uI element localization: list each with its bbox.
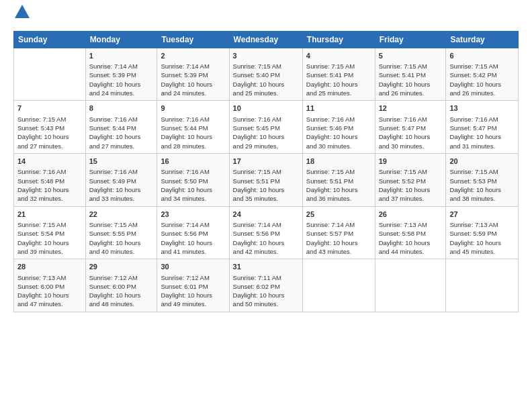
day-number: 15 (89, 156, 154, 167)
day-info: Sunrise: 7:14 AM Sunset: 5:57 PM Dayligh… (306, 220, 371, 256)
day-info: Sunrise: 7:15 AM Sunset: 5:40 PM Dayligh… (233, 62, 299, 97)
day-info: Sunrise: 7:15 AM Sunset: 5:42 PM Dayligh… (449, 62, 515, 97)
calendar-cell: 6Sunrise: 7:15 AM Sunset: 5:42 PM Daylig… (446, 48, 519, 101)
header-cell: Saturday (446, 31, 519, 48)
day-info: Sunrise: 7:12 AM Sunset: 6:01 PM Dayligh… (161, 273, 225, 309)
day-info: Sunrise: 7:16 AM Sunset: 5:46 PM Dayligh… (306, 115, 371, 150)
header-cell: Wednesday (229, 31, 302, 48)
header-cell: Thursday (302, 31, 375, 48)
header-cell: Friday (375, 31, 446, 48)
day-number: 27 (449, 210, 515, 220)
day-info: Sunrise: 7:15 AM Sunset: 5:54 PM Dayligh… (17, 220, 82, 256)
day-info: Sunrise: 7:16 AM Sunset: 5:44 PM Dayligh… (161, 115, 225, 150)
calendar-row: 7Sunrise: 7:15 AM Sunset: 5:43 PM Daylig… (14, 101, 519, 154)
calendar-cell: 22Sunrise: 7:15 AM Sunset: 5:55 PM Dayli… (85, 206, 157, 259)
day-info: Sunrise: 7:16 AM Sunset: 5:49 PM Dayligh… (89, 167, 154, 203)
day-info: Sunrise: 7:15 AM Sunset: 5:51 PM Dayligh… (233, 167, 299, 203)
calendar-cell: 4Sunrise: 7:15 AM Sunset: 5:41 PM Daylig… (302, 48, 375, 101)
calendar-cell: 24Sunrise: 7:14 AM Sunset: 5:56 PM Dayli… (229, 206, 302, 259)
day-number: 16 (161, 156, 225, 167)
day-info: Sunrise: 7:15 AM Sunset: 5:43 PM Dayligh… (17, 115, 82, 150)
day-number: 28 (17, 262, 82, 272)
day-number: 13 (449, 103, 515, 113)
day-number: 2 (161, 51, 225, 61)
calendar-cell: 12Sunrise: 7:16 AM Sunset: 5:47 PM Dayli… (375, 101, 446, 154)
calendar-cell: 29Sunrise: 7:12 AM Sunset: 6:00 PM Dayli… (85, 259, 157, 312)
header-cell: Monday (85, 31, 157, 48)
header (13, 11, 519, 24)
calendar-cell: 16Sunrise: 7:16 AM Sunset: 5:50 PM Dayli… (157, 153, 229, 206)
day-number: 9 (161, 103, 225, 113)
day-info: Sunrise: 7:13 AM Sunset: 5:59 PM Dayligh… (449, 220, 515, 256)
calendar-row: 1Sunrise: 7:14 AM Sunset: 5:39 PM Daylig… (14, 48, 519, 101)
calendar-cell: 10Sunrise: 7:16 AM Sunset: 5:45 PM Dayli… (229, 101, 302, 154)
day-info: Sunrise: 7:14 AM Sunset: 5:39 PM Dayligh… (89, 62, 154, 97)
calendar-cell: 15Sunrise: 7:16 AM Sunset: 5:49 PM Dayli… (85, 153, 157, 206)
header-cell: Tuesday (157, 31, 229, 48)
day-number: 21 (17, 210, 82, 220)
day-number: 22 (89, 210, 154, 220)
calendar-cell (375, 259, 446, 312)
day-info: Sunrise: 7:16 AM Sunset: 5:45 PM Dayligh… (233, 115, 299, 150)
day-number: 20 (449, 156, 515, 167)
calendar-cell (302, 259, 375, 312)
day-info: Sunrise: 7:15 AM Sunset: 5:41 PM Dayligh… (306, 62, 371, 97)
page-container: SundayMondayTuesdayWednesdayThursdayFrid… (0, 0, 532, 319)
day-number: 10 (233, 103, 299, 113)
svg-marker-0 (15, 5, 30, 18)
day-number: 31 (233, 262, 299, 272)
calendar-cell: 25Sunrise: 7:14 AM Sunset: 5:57 PM Dayli… (302, 206, 375, 259)
day-info: Sunrise: 7:12 AM Sunset: 6:00 PM Dayligh… (89, 273, 154, 309)
logo (13, 11, 30, 24)
day-info: Sunrise: 7:14 AM Sunset: 5:56 PM Dayligh… (161, 220, 225, 256)
logo-icon (15, 5, 30, 18)
header-cell: Sunday (14, 31, 86, 48)
day-number: 24 (233, 210, 299, 220)
calendar-cell: 11Sunrise: 7:16 AM Sunset: 5:46 PM Dayli… (302, 101, 375, 154)
day-number: 3 (233, 51, 299, 61)
day-info: Sunrise: 7:15 AM Sunset: 5:55 PM Dayligh… (89, 220, 154, 256)
day-number: 23 (161, 210, 225, 220)
calendar-row: 28Sunrise: 7:13 AM Sunset: 6:00 PM Dayli… (14, 259, 519, 312)
calendar-cell: 31Sunrise: 7:11 AM Sunset: 6:02 PM Dayli… (229, 259, 302, 312)
day-number: 12 (379, 103, 443, 113)
header-row: SundayMondayTuesdayWednesdayThursdayFrid… (14, 31, 519, 48)
calendar-cell: 21Sunrise: 7:15 AM Sunset: 5:54 PM Dayli… (14, 206, 86, 259)
calendar-cell (446, 259, 519, 312)
calendar-cell: 30Sunrise: 7:12 AM Sunset: 6:01 PM Dayli… (157, 259, 229, 312)
day-info: Sunrise: 7:13 AM Sunset: 5:58 PM Dayligh… (379, 220, 443, 256)
day-number: 6 (449, 51, 515, 61)
calendar-cell (14, 48, 86, 101)
day-number: 4 (306, 51, 371, 61)
day-number: 7 (17, 103, 82, 113)
calendar-cell: 9Sunrise: 7:16 AM Sunset: 5:44 PM Daylig… (157, 101, 229, 154)
calendar-cell: 28Sunrise: 7:13 AM Sunset: 6:00 PM Dayli… (14, 259, 86, 312)
day-number: 11 (306, 103, 371, 113)
day-number: 5 (379, 51, 443, 61)
calendar-cell: 14Sunrise: 7:16 AM Sunset: 5:48 PM Dayli… (14, 153, 86, 206)
calendar-cell: 19Sunrise: 7:15 AM Sunset: 5:52 PM Dayli… (375, 153, 446, 206)
day-info: Sunrise: 7:14 AM Sunset: 5:39 PM Dayligh… (161, 62, 225, 97)
day-info: Sunrise: 7:15 AM Sunset: 5:53 PM Dayligh… (449, 167, 515, 203)
day-info: Sunrise: 7:15 AM Sunset: 5:52 PM Dayligh… (379, 167, 443, 203)
calendar-table: SundayMondayTuesdayWednesdayThursdayFrid… (13, 31, 519, 312)
calendar-cell: 13Sunrise: 7:16 AM Sunset: 5:47 PM Dayli… (446, 101, 519, 154)
calendar-cell: 3Sunrise: 7:15 AM Sunset: 5:40 PM Daylig… (229, 48, 302, 101)
day-number: 18 (306, 156, 371, 167)
calendar-cell: 2Sunrise: 7:14 AM Sunset: 5:39 PM Daylig… (157, 48, 229, 101)
day-number: 8 (89, 103, 154, 113)
calendar-cell: 23Sunrise: 7:14 AM Sunset: 5:56 PM Dayli… (157, 206, 229, 259)
calendar-cell: 18Sunrise: 7:15 AM Sunset: 5:51 PM Dayli… (302, 153, 375, 206)
day-info: Sunrise: 7:16 AM Sunset: 5:47 PM Dayligh… (449, 115, 515, 150)
day-number: 1 (89, 51, 154, 61)
calendar-cell: 7Sunrise: 7:15 AM Sunset: 5:43 PM Daylig… (14, 101, 86, 154)
day-info: Sunrise: 7:15 AM Sunset: 5:41 PM Dayligh… (379, 62, 443, 97)
day-info: Sunrise: 7:16 AM Sunset: 5:47 PM Dayligh… (379, 115, 443, 150)
day-info: Sunrise: 7:16 AM Sunset: 5:48 PM Dayligh… (17, 167, 82, 203)
day-number: 17 (233, 156, 299, 167)
day-number: 30 (161, 262, 225, 272)
day-number: 14 (17, 156, 82, 167)
day-number: 29 (89, 262, 154, 272)
calendar-cell: 20Sunrise: 7:15 AM Sunset: 5:53 PM Dayli… (446, 153, 519, 206)
day-number: 19 (379, 156, 443, 167)
